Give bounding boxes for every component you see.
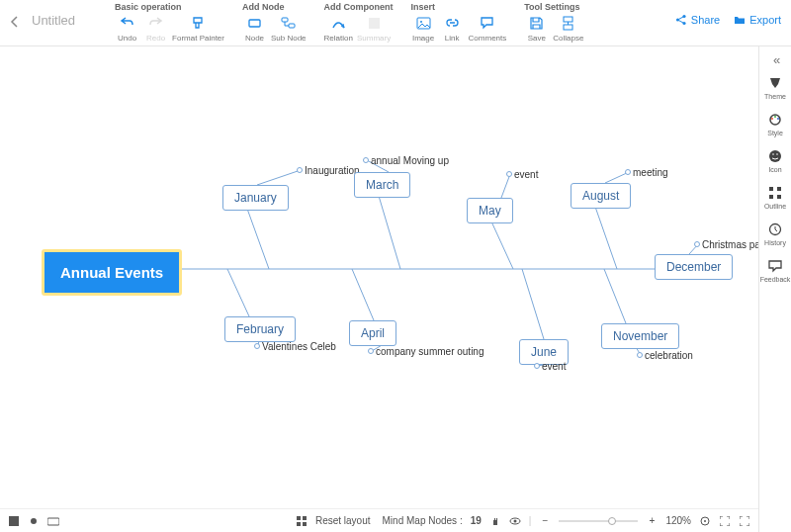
- svg-rect-41: [9, 516, 19, 526]
- leaf-may[interactable]: event: [514, 169, 538, 180]
- leaf-aug[interactable]: meeting: [633, 167, 668, 178]
- leaf-handle-icon[interactable]: [297, 167, 303, 173]
- image-button[interactable]: Image: [411, 14, 436, 43]
- svg-point-14: [777, 118, 779, 120]
- undo-icon: [119, 14, 136, 32]
- toolbar-group-label: Tool Settings: [524, 2, 583, 12]
- sidebar-item-label: History: [760, 239, 791, 246]
- save-icon: [528, 14, 546, 32]
- reset-layout-icon[interactable]: [296, 515, 308, 527]
- leaf-apr[interactable]: company summer outing: [376, 346, 484, 357]
- leaf-handle-icon[interactable]: [637, 352, 643, 358]
- svg-line-30: [595, 207, 617, 269]
- toolbar-item-label: Link: [440, 34, 465, 43]
- leaf-handle-icon[interactable]: [368, 348, 374, 354]
- mindmap-canvas[interactable]: Annual Events JanuaryInaugurationMarchan…: [0, 46, 758, 508]
- zoom-out-button[interactable]: −: [539, 515, 551, 527]
- mindmap-node-feb[interactable]: February: [224, 316, 296, 342]
- mindmap-node-mar[interactable]: March: [354, 172, 410, 198]
- sidebar-history-button[interactable]: History: [760, 222, 791, 246]
- leaf-nov[interactable]: celebration: [645, 350, 693, 361]
- svg-rect-43: [47, 518, 59, 525]
- mindmap-node-may[interactable]: May: [467, 198, 513, 223]
- leaf-handle-icon[interactable]: [506, 171, 512, 177]
- mindmap-node-jan[interactable]: January: [222, 185, 289, 211]
- sidebar-item-label: Style: [760, 130, 791, 136]
- leaf-feb[interactable]: Valentines Celeb: [262, 341, 336, 352]
- svg-line-25: [257, 170, 301, 185]
- save-button[interactable]: Save: [524, 14, 549, 43]
- toolbar-item-label: Image: [411, 34, 436, 43]
- export-button[interactable]: Export: [734, 14, 781, 26]
- share-button[interactable]: Share: [675, 14, 720, 26]
- svg-point-16: [772, 153, 774, 155]
- outline-icon: [767, 185, 783, 201]
- back-chevron-icon[interactable]: [8, 15, 26, 29]
- svg-rect-7: [564, 25, 572, 30]
- mindmap-node-dec[interactable]: December: [655, 254, 733, 280]
- sidebar-icon-button[interactable]: Icon: [760, 148, 791, 173]
- history-icon: [767, 222, 783, 237]
- link-button[interactable]: Link: [440, 14, 465, 43]
- sidebar-outline-button[interactable]: Outline: [760, 185, 791, 210]
- leaf-handle-icon[interactable]: [254, 343, 260, 349]
- leaf-handle-icon[interactable]: [363, 157, 369, 163]
- collapse-button[interactable]: Collapse: [553, 14, 583, 43]
- leaf-handle-icon[interactable]: [534, 363, 540, 369]
- toolbar-item-label: Summary: [357, 34, 391, 43]
- svg-line-24: [247, 209, 269, 269]
- zoom-percent: 120%: [665, 515, 691, 526]
- image-icon: [414, 14, 432, 32]
- top-right-actions: Share Export: [675, 14, 781, 26]
- toolbar-group-label: Add Component: [324, 2, 394, 12]
- fit-icon[interactable]: [719, 515, 731, 527]
- document-title[interactable]: Untitled: [32, 13, 75, 28]
- zoom-in-button[interactable]: +: [646, 515, 658, 527]
- eye-tool-icon[interactable]: [509, 515, 521, 527]
- leaf-mar[interactable]: annual Moving up: [371, 155, 449, 166]
- toolbar-item-label: Save: [524, 34, 549, 43]
- leaf-jan[interactable]: Inauguration: [305, 165, 360, 176]
- leaf-dec[interactable]: Christmas part: [702, 239, 758, 250]
- svg-line-26: [379, 196, 400, 269]
- toolbar-item-label: Comments: [469, 34, 507, 43]
- svg-rect-44: [297, 516, 301, 520]
- redo-button: Redo: [143, 14, 168, 43]
- toolbar-item-label: Node: [242, 34, 267, 43]
- undo-button[interactable]: Undo: [115, 14, 139, 43]
- svg-rect-2: [289, 24, 295, 28]
- svg-point-42: [31, 518, 37, 524]
- sidebar-style-button[interactable]: Style: [760, 112, 791, 136]
- toolbar-group-label: Add Node: [242, 2, 307, 12]
- leaf-handle-icon[interactable]: [694, 241, 700, 247]
- toolbar-groups: Basic operationUndoRedoFormat PainterAdd…: [115, 2, 601, 43]
- sidebar-feedback-button[interactable]: Feedback: [760, 258, 791, 283]
- mindmap-node-nov[interactable]: November: [601, 323, 679, 349]
- mindmap-node-apr[interactable]: April: [349, 320, 396, 346]
- mindmap-node-aug[interactable]: August: [571, 183, 631, 209]
- format-painter-button[interactable]: Format Painter: [172, 14, 224, 43]
- sidebar-item-label: Feedback: [760, 276, 791, 283]
- sidebar-theme-button[interactable]: Theme: [760, 75, 791, 100]
- svg-rect-6: [564, 17, 572, 22]
- node-button[interactable]: Node: [242, 14, 267, 43]
- keyboard-icon[interactable]: [47, 515, 59, 527]
- hand-tool-icon[interactable]: [489, 515, 501, 527]
- comments-button[interactable]: Comments: [469, 14, 507, 43]
- sub-node-button[interactable]: Sub Node: [271, 14, 307, 43]
- collapse-panel-icon[interactable]: «: [773, 52, 777, 67]
- fullscreen-icon[interactable]: [739, 515, 750, 527]
- leaf-handle-icon[interactable]: [625, 169, 631, 175]
- svg-rect-18: [769, 187, 773, 191]
- root-node[interactable]: Annual Events: [42, 249, 182, 296]
- reset-layout-button[interactable]: Reset layout: [315, 515, 371, 526]
- relation-button[interactable]: Relation: [324, 14, 353, 43]
- leaf-jun[interactable]: event: [542, 361, 566, 372]
- layout-mode-icon[interactable]: [8, 515, 20, 527]
- zoom-slider[interactable]: [559, 520, 638, 522]
- target-icon[interactable]: [699, 515, 711, 527]
- bottom-bar: Reset layout Mind Map Nodes : 19 | − + 1…: [0, 508, 758, 532]
- brightness-icon[interactable]: [28, 515, 40, 527]
- svg-line-33: [227, 269, 249, 316]
- svg-point-13: [774, 116, 776, 118]
